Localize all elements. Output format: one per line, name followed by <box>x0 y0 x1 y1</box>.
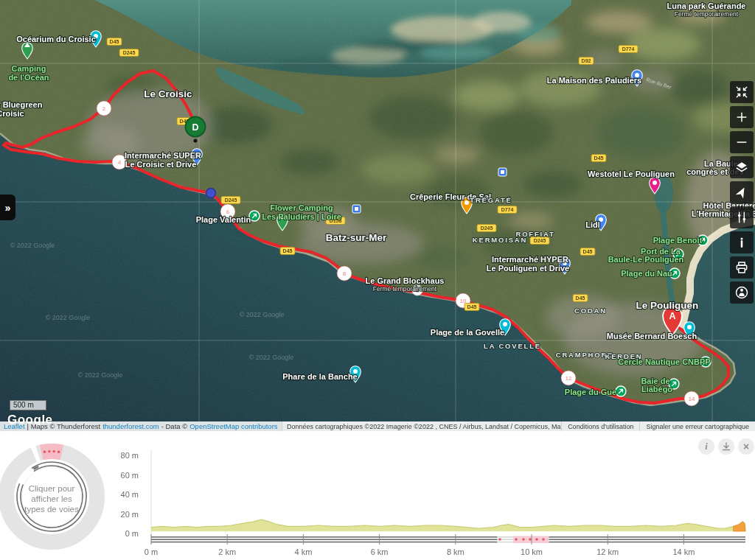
map-scale: 500 m <box>10 400 46 410</box>
svg-text:Flower Camping: Flower Camping <box>270 203 333 212</box>
elevation-area <box>151 519 745 531</box>
svg-text:D45: D45 <box>110 39 119 44</box>
svg-text:© 2022 Google: © 2022 Google <box>46 314 91 321</box>
sliders-icon <box>734 210 749 225</box>
layers-button[interactable] <box>730 156 754 178</box>
osm-link[interactable]: OpenStreetMap contributors <box>189 422 277 430</box>
svg-text:2: 2 <box>102 105 106 112</box>
street-view-person-icon <box>734 285 749 300</box>
svg-text:Camping: Camping <box>11 64 46 73</box>
elevation-panel: Cliquer pour afficher les types de voies… <box>0 431 755 560</box>
svg-text:D45: D45 <box>576 295 585 301</box>
km-marker-8: 8 <box>337 266 352 281</box>
navigation-arrow-icon <box>734 185 749 200</box>
svg-text:Luna park Guérande: Luna park Guérande <box>667 1 746 10</box>
position-dot <box>206 189 216 198</box>
svg-text:8: 8 <box>343 270 347 277</box>
svg-text:Océarium du Croisic: Océarium du Croisic <box>16 35 96 43</box>
route-planner-app: © 2022 Google © 2022 Google © 2022 Googl… <box>0 0 755 560</box>
svg-text:0 m: 0 m <box>145 547 158 556</box>
exit-fullscreen-button[interactable] <box>730 81 754 103</box>
noise-overlay <box>0 0 755 431</box>
svg-text:6: 6 <box>226 209 230 215</box>
surface-ribbon <box>151 534 745 545</box>
city-label: Batz-sur-Mer <box>326 232 387 243</box>
svg-text:D774: D774 <box>622 46 635 52</box>
road-types-button[interactable] <box>730 206 754 228</box>
chart-info-button[interactable]: i <box>698 438 714 455</box>
info-icon <box>734 235 749 250</box>
svg-text:© 2022 Google: © 2022 Google <box>240 311 285 318</box>
svg-text:80 m: 80 m <box>121 451 139 460</box>
thunderforest-link[interactable]: thunderforest.com <box>102 422 159 430</box>
svg-text:12: 12 <box>566 375 572 382</box>
sidebar-expand-tab[interactable]: » <box>0 195 15 220</box>
elevation-x-axis: 0 m 2 km 4 km 6 km 8 km 10 km 12 km 14 k… <box>145 547 695 556</box>
zoom-in-button[interactable] <box>730 106 754 128</box>
street-view-button[interactable] <box>730 281 754 304</box>
svg-text:D774: D774 <box>501 207 514 212</box>
svg-text:ROFFIAT: ROFFIAT <box>515 230 554 238</box>
svg-text:Plage du Gue: Plage du Gue <box>565 388 616 396</box>
svg-text:Le Croisic et Drive: Le Croisic et Drive <box>125 160 197 169</box>
svg-text:D45: D45 <box>467 304 477 309</box>
svg-text:4 km: 4 km <box>294 547 312 556</box>
chart-download-button[interactable] <box>718 438 734 455</box>
svg-text:Les Paludiers | Loire: Les Paludiers | Loire <box>262 212 341 221</box>
print-button[interactable] <box>730 256 754 279</box>
svg-text:© 2022 Google: © 2022 Google <box>10 242 55 249</box>
leaflet-link[interactable]: Leaflet <box>4 422 25 430</box>
road-types-donut[interactable]: Cliquer pour afficher les types de voies <box>0 437 111 556</box>
svg-text:8 km: 8 km <box>447 547 465 556</box>
svg-text:20 m: 20 m <box>121 510 139 519</box>
svg-text:D245: D245 <box>534 238 546 243</box>
elevation-area-chart[interactable] <box>151 519 745 531</box>
svg-text:D245: D245 <box>225 197 237 203</box>
svg-text:types de voies: types de voies <box>24 505 79 514</box>
layers-icon <box>734 160 749 175</box>
svg-text:A: A <box>669 311 675 321</box>
svg-text:Phare de la Banche: Phare de la Banche <box>282 372 358 381</box>
chevrons-right-icon: » <box>5 202 11 214</box>
info-button[interactable] <box>730 231 754 253</box>
svg-text:40 m: 40 m <box>121 490 139 499</box>
svg-text:Le Pouliguen et Drive: Le Pouliguen et Drive <box>487 264 569 273</box>
svg-text:4: 4 <box>118 159 122 166</box>
svg-text:60 m: 60 m <box>121 471 139 480</box>
km-marker-2: 2 <box>97 101 111 116</box>
printer-icon <box>734 260 749 275</box>
svg-text:Musée Bernard Boesch: Musée Bernard Boesch <box>607 332 697 340</box>
navigation-button[interactable] <box>730 181 754 203</box>
svg-text:D245: D245 <box>481 225 493 231</box>
svg-text:Intermarché SUPER: Intermarché SUPER <box>125 151 201 160</box>
svg-text:Le Croisic: Le Croisic <box>0 109 24 118</box>
svg-text:D45: D45 <box>283 248 293 253</box>
svg-text:14: 14 <box>689 396 695 402</box>
zoom-out-button[interactable] <box>730 131 754 153</box>
chart-close-button[interactable]: × <box>738 438 754 455</box>
svg-text:D: D <box>192 122 198 133</box>
map-viewport[interactable]: © 2022 Google © 2022 Google © 2022 Googl… <box>0 0 755 431</box>
leaflet-attribution: Leaflet | Maps © Thunderforest thunderfo… <box>0 421 282 431</box>
svg-text:Lidl: Lidl <box>585 220 600 229</box>
svg-text:10 km: 10 km <box>521 547 543 556</box>
svg-text:Plage Benoit: Plage Benoit <box>653 236 703 245</box>
elevation-end-spike <box>734 522 746 531</box>
elevation-svg: Cliquer pour afficher les types de voies… <box>0 431 755 560</box>
svg-text:La Maison des Paludiers: La Maison des Paludiers <box>547 76 641 85</box>
attribution-bar: Leaflet | Maps © Thunderforest thunderfo… <box>0 421 755 431</box>
svg-text:Fermé temporairement: Fermé temporairement <box>675 10 739 18</box>
city-label: Le Croisic <box>144 88 192 99</box>
svg-text:Golf Bluegreen: Golf Bluegreen <box>0 100 43 109</box>
svg-text:Plage du Nau: Plage du Nau <box>621 269 672 278</box>
svg-text:Westotel Le Pouliguen: Westotel Le Pouliguen <box>588 169 675 178</box>
svg-text:D45: D45 <box>594 155 604 161</box>
report-error-link[interactable]: Signaler une erreur cartographique <box>639 421 755 431</box>
download-icon <box>722 442 731 451</box>
terms-link[interactable]: Conditions d'utilisation <box>561 421 639 431</box>
svg-text:2 km: 2 km <box>218 547 236 556</box>
svg-text:0 m: 0 m <box>125 529 139 538</box>
svg-text:Fermé temporairement: Fermé temporairement <box>373 285 437 293</box>
svg-text:14 km: 14 km <box>672 547 695 556</box>
transit-icon <box>352 205 361 213</box>
